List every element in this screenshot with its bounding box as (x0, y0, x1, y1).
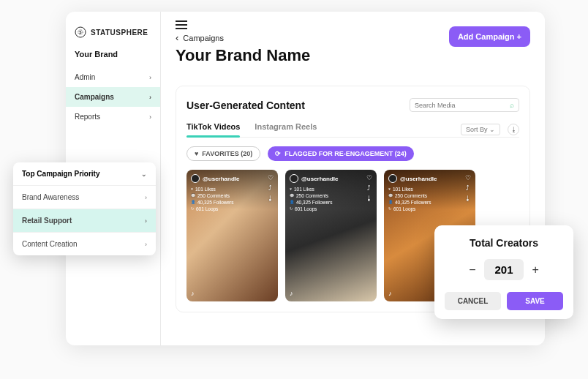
search-icon[interactable]: ⌕ (510, 101, 514, 109)
chevron-right-icon: › (149, 94, 151, 101)
logo-icon: S (75, 26, 86, 38)
dropdown-item-brand-awareness[interactable]: Brand Awareness › (13, 185, 156, 209)
cancel-button[interactable]: CANCEL (445, 292, 501, 310)
download-icon[interactable]: ⭳ (508, 124, 519, 135)
breadcrumb-label[interactable]: Campaigns (183, 34, 224, 42)
video-stats: 101 Likes 250 Comments 40,325 Followers … (388, 186, 437, 212)
chevron-down-icon: ⌄ (489, 126, 495, 133)
sort-by-select[interactable]: Sort By ⌄ (461, 124, 500, 135)
chip-favorites[interactable]: ♥ FAVORITES (20) (186, 146, 260, 161)
quantity-stepper: − 201 + (445, 259, 563, 280)
chevron-right-icon: › (145, 241, 147, 248)
dropdown-item-content-creation[interactable]: Content Creation › (13, 232, 156, 255)
tabs: TikTok Videos Instagram Reels (186, 122, 317, 137)
chevron-right-icon: › (145, 217, 147, 225)
tiktok-icon: ♪ (290, 290, 293, 297)
avatar (290, 174, 298, 183)
heart-icon: ♥ (195, 150, 198, 157)
page-title: Your Brand Name (176, 46, 530, 65)
modal-title: Total Creators (445, 237, 563, 249)
video-card[interactable]: @userhandle 101 Likes 250 Comments 40,32… (186, 170, 278, 301)
brand-label: Your Brand (66, 50, 160, 67)
tab-instagram-reels[interactable]: Instagram Reels (255, 122, 317, 137)
sidebar-item-campaigns[interactable]: Campaigns › (66, 87, 160, 107)
user-handle: @userhandle (400, 176, 437, 182)
dropdown-item-retail-support[interactable]: Retail Support › (13, 209, 156, 232)
share-icon[interactable]: ⤴ (466, 184, 470, 192)
refresh-icon: ⟳ (275, 150, 281, 157)
chevron-right-icon: › (149, 74, 151, 81)
sidebar-item-label: Campaigns (75, 93, 114, 101)
video-stats: 101 Likes 250 Comments 40,325 Followers … (290, 186, 338, 212)
download-icon[interactable]: ⭳ (464, 195, 471, 202)
dropdown-label: Top Campaign Priority (22, 170, 100, 178)
video-card[interactable]: @userhandle 101 Likes 250 Comments 40,32… (285, 170, 377, 301)
share-icon[interactable]: ⤴ (367, 184, 371, 192)
logo-text: STATUSPHERE (91, 29, 148, 37)
search-input[interactable] (415, 102, 510, 109)
tab-tiktok-videos[interactable]: TikTok Videos (186, 122, 240, 137)
dropdown-toggle[interactable]: Top Campaign Priority ⌄ (13, 162, 156, 185)
panel-title: User-Generated Content (186, 100, 305, 111)
sidebar-item-admin[interactable]: Admin › (66, 67, 160, 87)
heart-icon[interactable]: ♡ (465, 174, 471, 181)
back-icon[interactable]: ‹ (176, 32, 178, 43)
heart-icon[interactable]: ♡ (268, 174, 274, 181)
user-handle: @userhandle (203, 176, 239, 182)
total-creators-modal: Total Creators − 201 + CANCEL SAVE (434, 225, 573, 319)
sidebar-item-reports[interactable]: Reports › (66, 107, 160, 127)
heart-icon[interactable]: ♡ (366, 174, 372, 181)
chip-flagged[interactable]: ⟳ FLAGGED FOR RE-ENGAGEMENT (24) (268, 146, 414, 161)
avatar (191, 174, 200, 183)
dropdown-item-label: Content Creation (22, 240, 78, 248)
stepper-value: 201 (484, 259, 523, 280)
add-campaign-button[interactable]: Add Campaign + (449, 26, 530, 47)
user-handle: @userhandle (301, 176, 338, 182)
stepper-minus[interactable]: − (469, 263, 475, 277)
nav-list: Admin › Campaigns › Reports › (66, 67, 160, 127)
tiktok-icon: ♪ (388, 290, 392, 297)
save-button[interactable]: SAVE (507, 292, 563, 310)
stepper-plus[interactable]: + (532, 263, 539, 277)
priority-dropdown: Top Campaign Priority ⌄ Brand Awareness … (13, 162, 156, 255)
search-input-wrap[interactable]: ⌕ (410, 98, 519, 112)
download-icon[interactable]: ⭳ (366, 195, 372, 202)
dropdown-item-label: Brand Awareness (22, 193, 79, 201)
sidebar-item-label: Admin (75, 73, 95, 81)
chevron-right-icon: › (149, 113, 151, 121)
avatar (388, 174, 397, 183)
sidebar-item-label: Reports (75, 113, 100, 121)
logo: S STATUSPHERE (66, 20, 160, 50)
chevron-down-icon: ⌄ (141, 170, 147, 178)
video-stats: 101 Likes 250 Comments 40,325 Followers … (191, 186, 239, 212)
chip-label: FLAGGED FOR RE-ENGAGEMENT (24) (284, 150, 407, 157)
chevron-right-icon: › (145, 194, 147, 201)
share-icon[interactable]: ⤴ (268, 184, 272, 192)
hamburger-icon[interactable] (176, 20, 187, 29)
download-icon[interactable]: ⭳ (267, 195, 274, 202)
dropdown-item-label: Retail Support (22, 217, 72, 225)
tiktok-icon: ♪ (191, 290, 195, 297)
chip-label: FAVORITES (20) (202, 150, 252, 157)
